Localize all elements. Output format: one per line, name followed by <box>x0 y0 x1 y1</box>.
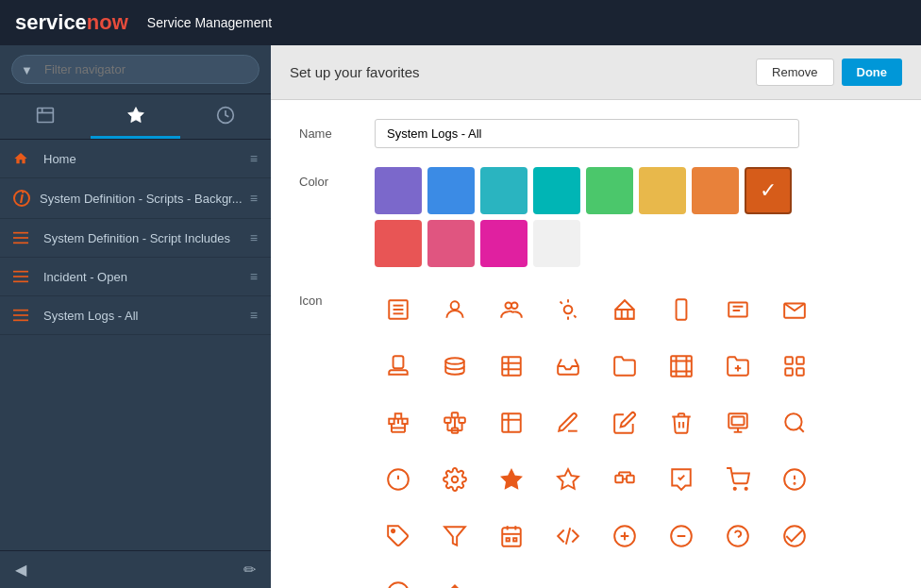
code-icon[interactable] <box>544 512 592 560</box>
chat-icon[interactable] <box>714 286 762 333</box>
plus-icon[interactable] <box>601 512 648 560</box>
table-icon[interactable] <box>488 343 535 390</box>
minus-circle-icon[interactable] <box>658 512 705 560</box>
color-swatch-dark-orange[interactable]: ✓ <box>745 167 792 214</box>
svg-line-66 <box>799 428 804 432</box>
database-icon[interactable] <box>431 343 478 390</box>
svg-point-79 <box>734 488 736 490</box>
svg-marker-72 <box>558 469 578 489</box>
list-nav-icon <box>13 231 34 244</box>
edit-icon[interactable]: ✏ <box>243 561 256 579</box>
app-header: servicenow Service Management <box>0 0 921 45</box>
svg-point-80 <box>745 488 747 490</box>
color-swatch-green[interactable] <box>586 167 633 214</box>
trash-icon[interactable] <box>658 399 705 446</box>
svg-rect-45 <box>395 413 402 418</box>
nav-item-home[interactable]: Home ≡ <box>0 140 271 178</box>
lock-icon[interactable] <box>375 343 422 390</box>
filter-bar: ▼ <box>0 45 271 94</box>
svg-rect-52 <box>459 418 465 423</box>
svg-point-70 <box>452 477 459 483</box>
warning-icon[interactable] <box>375 569 422 588</box>
color-swatch-yellow[interactable] <box>639 167 686 214</box>
folder-open-icon[interactable] <box>601 343 648 390</box>
search-input[interactable] <box>11 55 260 84</box>
nav-menu-sys-scripts[interactable]: ≡ <box>250 191 258 206</box>
nav-menu-incident[interactable]: ≡ <box>250 269 258 284</box>
color-content: ✓ <box>375 167 893 267</box>
settings-icon[interactable] <box>431 456 478 503</box>
image-icon[interactable] <box>714 399 762 446</box>
folder-icon[interactable] <box>714 343 762 390</box>
add-box-icon[interactable] <box>601 456 648 503</box>
color-swatch-white[interactable] <box>533 220 580 267</box>
logo-now: now <box>87 10 128 35</box>
pencil-icon[interactable] <box>544 399 592 446</box>
list-icon[interactable] <box>375 286 422 333</box>
svg-rect-36 <box>671 356 692 377</box>
book-icon[interactable] <box>488 399 535 446</box>
color-swatch-pink[interactable] <box>427 220 475 267</box>
back-icon[interactable]: ◀ <box>15 561 26 579</box>
nav-items: Home ≡ i System Definition - Scripts - B… <box>0 140 271 550</box>
save-icon[interactable] <box>658 343 705 390</box>
color-swatch-teal[interactable] <box>480 167 527 214</box>
undo-icon[interactable] <box>658 456 705 503</box>
inbox-icon[interactable] <box>544 343 592 390</box>
color-swatch-orange[interactable] <box>692 167 739 214</box>
star-outline-icon[interactable] <box>544 456 592 503</box>
tab-favorites[interactable] <box>91 94 181 139</box>
flow-icon[interactable] <box>375 399 422 446</box>
color-swatch-blue[interactable] <box>427 167 475 214</box>
tab-history[interactable] <box>180 94 271 139</box>
person-icon[interactable] <box>431 286 478 333</box>
svg-rect-90 <box>507 538 510 541</box>
nav-item-incident[interactable]: Incident - Open ≡ <box>0 258 271 296</box>
svg-point-98 <box>728 526 748 546</box>
lightbulb-icon[interactable] <box>544 286 592 333</box>
nav-menu-sys-logs[interactable]: ≡ <box>250 308 258 323</box>
nav-label-home: Home <box>43 152 250 166</box>
svg-rect-53 <box>452 412 459 417</box>
svg-line-25 <box>574 315 576 317</box>
nav-item-sys-scripts[interactable]: i System Definition - Scripts - Backgr..… <box>0 178 271 219</box>
svg-point-31 <box>445 358 464 364</box>
svg-rect-27 <box>677 299 687 320</box>
color-swatch-magenta[interactable] <box>480 220 527 267</box>
nav-item-sys-logs[interactable]: System Logs - All ≡ <box>0 296 271 335</box>
remove-button[interactable]: Remove <box>756 59 833 86</box>
tag-icon[interactable] <box>375 512 422 560</box>
svg-rect-0 <box>37 109 53 123</box>
cart-icon[interactable] <box>714 456 762 503</box>
svg-marker-85 <box>444 527 465 546</box>
search-icon[interactable] <box>771 399 818 446</box>
mobile-icon[interactable] <box>658 286 705 333</box>
nav-label-sys-includes: System Definition - Script Includes <box>43 231 250 245</box>
color-swatch-red[interactable] <box>375 220 422 267</box>
hierarchy-icon[interactable] <box>431 399 478 446</box>
filter-icon[interactable] <box>431 512 478 560</box>
color-swatch-cyan[interactable] <box>533 167 580 214</box>
name-input[interactable] <box>375 119 799 148</box>
apps-icon[interactable] <box>771 343 818 390</box>
home-icon[interactable] <box>601 286 648 333</box>
svg-point-21 <box>564 306 573 314</box>
nav-item-sys-includes[interactable]: System Definition - Script Includes ≡ <box>0 219 271 258</box>
done-button[interactable]: Done <box>842 59 903 86</box>
star-icon[interactable] <box>488 456 535 503</box>
color-swatch-purple[interactable] <box>375 167 422 214</box>
nav-menu-home[interactable]: ≡ <box>250 151 258 166</box>
email-icon[interactable] <box>771 286 818 333</box>
calendar-icon[interactable] <box>488 512 535 560</box>
nav-menu-sys-includes[interactable]: ≡ <box>250 230 258 245</box>
power-icon[interactable] <box>375 456 422 503</box>
icon-content <box>375 286 893 588</box>
question-icon[interactable] <box>714 512 762 560</box>
check-circle-icon[interactable] <box>771 512 818 560</box>
edit-icon[interactable] <box>601 399 648 446</box>
info-icon[interactable] <box>771 456 818 503</box>
panel-header: Set up your favorites Remove Done <box>271 45 921 100</box>
people-icon[interactable] <box>488 286 535 333</box>
arrow-up-icon[interactable] <box>431 569 478 588</box>
tab-home[interactable] <box>0 94 91 139</box>
